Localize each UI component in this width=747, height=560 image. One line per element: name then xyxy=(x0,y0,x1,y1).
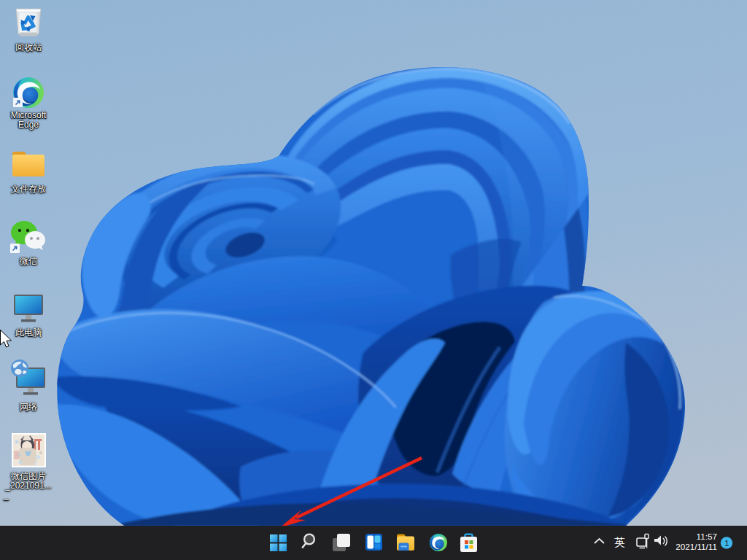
svg-text:英: 英 xyxy=(614,536,625,548)
svg-text:1: 1 xyxy=(724,539,729,548)
